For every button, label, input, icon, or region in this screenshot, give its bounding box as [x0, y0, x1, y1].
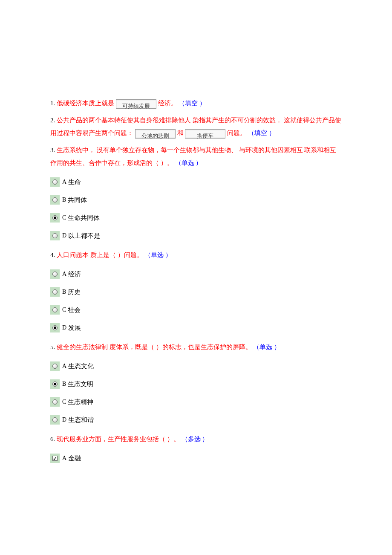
question-type: （单选 ） [253, 344, 280, 350]
radio-icon [50, 361, 60, 371]
blank-input-2a[interactable]: 公地的悲剧 [135, 129, 176, 139]
option-text: 社会 [68, 305, 81, 315]
question-number: 2. [50, 117, 57, 124]
option-text: 生态精神 [68, 397, 93, 407]
question-1: 1. 低碳经济本质上就是 可持续发展 经济。 （填空 ） [50, 97, 342, 110]
option-label: D [62, 415, 66, 425]
option-text: 生命 [68, 177, 81, 187]
question-3: 3. 生态系统中， 没有单个独立存在物，每一个生物都与其他生物、 与环境的其他因… [50, 144, 342, 241]
radio-icon [50, 231, 60, 240]
option-6a[interactable]: A 金融 [50, 453, 342, 463]
question-type: （填空 ） [179, 100, 206, 107]
option-text: 生态文明 [68, 379, 93, 389]
option-text: 发展 [68, 323, 81, 333]
question-4-prompt: 4. 人口问题本 质上是（ ）问题。 （单选 ） [50, 249, 342, 261]
radio-icon [50, 305, 60, 315]
option-text: 共同体 [68, 195, 87, 205]
option-5c[interactable]: C 生态精神 [50, 397, 342, 407]
question-number: 3. [50, 147, 57, 153]
blank-input-1[interactable]: 可持续发展 [116, 99, 156, 109]
radio-icon [50, 323, 60, 332]
radio-icon [50, 177, 60, 187]
option-label: A [62, 454, 66, 463]
question-number: 6. [50, 436, 57, 442]
option-label: A [62, 177, 66, 187]
option-5d[interactable]: D 生态和谐 [50, 415, 342, 425]
question-1-prompt: 1. 低碳经济本质上就是 可持续发展 经济。 （填空 ） [50, 97, 342, 110]
option-4c[interactable]: C 社会 [50, 305, 342, 315]
radio-icon [50, 195, 60, 205]
question-text: 健全的生态法律制 度体系，既是（ ）的标志，也是生态保护的屏障。 [57, 344, 253, 350]
option-label: C [62, 305, 66, 315]
checkbox-icon [50, 454, 60, 463]
option-3b[interactable]: B 共同体 [50, 195, 342, 205]
option-4b[interactable]: B 历史 [50, 287, 342, 297]
question-text: 人口问题本 质上是（ ）问题。 [57, 251, 144, 258]
radio-icon [50, 379, 60, 389]
question-text: 低碳经济本质上就是 [57, 100, 114, 107]
option-label: A [62, 361, 66, 371]
radio-icon [50, 213, 60, 223]
question-text: 现代服务业方面，生产性服务业包括（ ）。 [57, 436, 182, 442]
question-type: （单选 ） [175, 159, 202, 166]
option-text: 以上都不是 [68, 231, 100, 241]
question-4: 4. 人口问题本 质上是（ ）问题。 （单选 ） A 经济 B 历史 C 社会 … [50, 249, 342, 333]
option-5a[interactable]: A 生态文化 [50, 361, 342, 371]
option-text: 生命共同体 [68, 213, 100, 223]
blank-input-2b[interactable]: 搭便车 [185, 129, 225, 139]
option-3a[interactable]: A 生命 [50, 177, 342, 187]
option-label: D [62, 323, 66, 332]
option-4a[interactable]: A 经济 [50, 269, 342, 279]
question-5-prompt: 5. 健全的生态法律制 度体系，既是（ ）的标志，也是生态保护的屏障。 （单选 … [50, 341, 342, 353]
option-label: B [62, 379, 66, 389]
option-label: C [62, 213, 66, 223]
option-label: D [62, 231, 66, 240]
option-3d[interactable]: D 以上都不是 [50, 231, 342, 241]
question-6: 6. 现代服务业方面，生产性服务业包括（ ）。 （多选 ） A 金融 [50, 433, 342, 463]
question-3-prompt: 3. 生态系统中， 没有单个独立存在物，每一个生物都与其他生物、 与环境的其他因… [50, 144, 342, 169]
radio-icon [50, 269, 60, 279]
option-label: C [62, 397, 66, 407]
option-4d[interactable]: D 发展 [50, 323, 342, 333]
option-5b[interactable]: B 生态文明 [50, 379, 342, 389]
option-label: B [62, 195, 66, 205]
radio-icon [50, 287, 60, 297]
question-2-prompt: 2. 公共产品的两个基本特征使其自身很难排除他人 染指其产生的不可分割的效益， … [50, 114, 342, 139]
question-number: 4. [50, 251, 57, 258]
option-label: B [62, 287, 66, 297]
question-text-after: 问题。 [227, 130, 248, 136]
option-text: 生态文化 [68, 361, 94, 371]
question-type: （填空 ） [248, 130, 275, 136]
option-3c[interactable]: C 生命共同体 [50, 213, 342, 223]
option-text: 经济 [68, 269, 81, 279]
question-2: 2. 公共产品的两个基本特征使其自身很难排除他人 染指其产生的不可分割的效益， … [50, 114, 342, 139]
question-5: 5. 健全的生态法律制 度体系，既是（ ）的标志，也是生态保护的屏障。 （单选 … [50, 341, 342, 425]
question-text-after: 经济。 [158, 100, 179, 107]
question-number: 5. [50, 344, 57, 350]
question-6-prompt: 6. 现代服务业方面，生产性服务业包括（ ）。 （多选 ） [50, 433, 342, 445]
option-text: 金融 [68, 453, 81, 463]
option-text: 历史 [68, 287, 81, 297]
option-label: A [62, 269, 66, 279]
radio-icon [50, 397, 60, 407]
question-number: 1. [50, 100, 57, 107]
question-type: （多选 ） [182, 436, 209, 442]
question-text-mid: 和 [177, 130, 184, 136]
option-text: 生态和谐 [68, 415, 94, 425]
radio-icon [50, 415, 60, 425]
question-type: （单选 ） [144, 251, 172, 258]
